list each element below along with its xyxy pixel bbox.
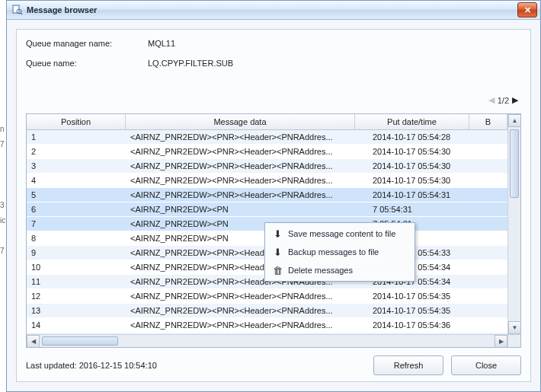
table-row[interactable]: 3<AIRNZ_PNR2EDW><PNR><Header><PNRAddres.… <box>27 159 520 174</box>
menu-backup[interactable]: ⬇ Backup messages to file <box>267 243 413 261</box>
horizontal-scroll-thumb[interactable] <box>42 336 118 346</box>
cell-position: 12 <box>27 289 126 303</box>
table-row[interactable]: 13<AIRNZ_PNR2EDW><PNR><Header><PNRAddres… <box>27 304 520 318</box>
cell-message: <AIRNZ_PNR2EDW><PNR><Header><PNRAddres..… <box>126 304 368 317</box>
document-search-icon <box>11 4 24 16</box>
cell-message: <AIRNZ_PNR2EDW><PN <box>126 202 368 216</box>
cell-date: 7 05:54:31 <box>368 202 482 216</box>
menu-save-content[interactable]: ⬇ Save message content to file <box>267 225 413 243</box>
cell-position: 1 <box>27 130 126 144</box>
window-title: Message browser <box>27 5 517 14</box>
context-menu: ⬇ Save message content to file ⬇ Backup … <box>264 222 415 282</box>
pager-prev-icon[interactable]: ◀ <box>488 95 495 105</box>
table-row[interactable]: 4<AIRNZ_PNR2EDW><PNR><Header><PNRAddres.… <box>27 174 520 188</box>
close-button-x[interactable]: ✕ <box>517 2 537 18</box>
cell-message: <AIRNZ_PNR2EDW><PNR><Header><PNRAddres..… <box>126 174 368 187</box>
queue-name-value: LQ.CPYP.FILTER.SUB <box>148 59 233 68</box>
queue-name-row: Queue name: LQ.CPYP.FILTER.SUB <box>26 59 521 68</box>
cell-date: 2014-10-17 05:54:28 <box>368 130 482 144</box>
horizontal-scrollbar[interactable]: ◀ ▶ <box>27 334 507 347</box>
cell-date: 2014-10-17 05:54:36 <box>368 318 482 332</box>
cell-position: 9 <box>27 246 126 260</box>
table-row[interactable]: 5<AIRNZ_PNR2EDW><PNR><Header><PNRAddres.… <box>27 188 520 202</box>
cell-message: <AIRNZ_PNR2EDW><PNR><Header><PNRAddres..… <box>126 159 368 173</box>
message-browser-window: Message browser ✕ Queue manager name: MQ… <box>6 0 541 392</box>
table-header: Position Message data Put date/time B <box>27 114 520 130</box>
scroll-right-icon[interactable]: ▶ <box>495 335 507 348</box>
cell-position: 6 <box>27 202 126 216</box>
scroll-up-icon[interactable]: ▲ <box>508 114 521 127</box>
cell-position: 3 <box>27 159 126 173</box>
pager: ◀ 1/2 ▶ <box>488 95 518 105</box>
scroll-corner <box>507 334 520 347</box>
content-panel: Queue manager name: MQL11 Queue name: LQ… <box>16 29 531 382</box>
cell-date: 2014-10-17 05:54:30 <box>368 159 482 173</box>
status-text: Last updated: 2016-12-15 10:54:10 <box>26 361 366 370</box>
cell-position: 11 <box>27 275 126 288</box>
scroll-left-icon[interactable]: ◀ <box>27 335 40 348</box>
cell-position: 13 <box>27 304 126 317</box>
footer: Last updated: 2016-12-15 10:54:10 Refres… <box>26 355 521 375</box>
cell-position: 7 <box>27 217 126 231</box>
pager-text: 1/2 <box>498 96 509 105</box>
queue-manager-row: Queue manager name: MQL11 <box>26 39 521 48</box>
menu-backup-label: Backup messages to file <box>288 247 379 257</box>
table-row[interactable]: 2<AIRNZ_PNR2EDW><PNR><Header><PNRAddres.… <box>27 145 520 159</box>
status-label: Last updated: <box>26 361 77 370</box>
cell-date: 2014-10-17 05:54:30 <box>368 174 482 187</box>
cell-position: 2 <box>27 145 126 158</box>
cell-date: 2014-10-17 05:54:35 <box>368 289 482 303</box>
table-row[interactable]: 1<AIRNZ_PNR2EDW><PNR><Header><PNRAddres.… <box>27 130 520 145</box>
queue-name-label: Queue name: <box>26 59 148 68</box>
close-button[interactable]: Close <box>451 355 521 375</box>
cell-position: 8 <box>27 231 126 245</box>
queue-manager-label: Queue manager name: <box>26 39 148 48</box>
menu-delete[interactable]: 🗑 Delete messages <box>267 261 413 279</box>
refresh-button[interactable]: Refresh <box>373 355 443 375</box>
cell-message: <AIRNZ_PNR2EDW><PNR><Header><PNRAddres..… <box>126 130 368 144</box>
close-icon: ✕ <box>524 6 531 14</box>
background-strip: n73ic7 <box>0 0 6 392</box>
cell-position: 10 <box>27 260 126 274</box>
col-position[interactable]: Position <box>27 114 126 129</box>
titlebar: Message browser ✕ <box>7 1 540 20</box>
table-row[interactable]: 12<AIRNZ_PNR2EDW><PNR><Header><PNRAddres… <box>27 289 520 304</box>
cell-date: 2014-10-17 05:54:31 <box>368 188 482 202</box>
scroll-down-icon[interactable]: ▼ <box>508 321 521 334</box>
cell-message: <AIRNZ_PNR2EDW><PNR><Header><PNRAddres..… <box>126 289 368 303</box>
cell-message: <AIRNZ_PNR2EDW><PNR><Header><PNRAddres..… <box>126 188 368 202</box>
cell-position: 14 <box>27 318 126 332</box>
pager-next-icon[interactable]: ▶ <box>512 95 518 105</box>
trash-icon: 🗑 <box>271 264 283 276</box>
svg-line-2 <box>21 13 22 14</box>
cell-date: 2014-10-17 05:54:30 <box>368 145 482 158</box>
cell-position: 5 <box>27 188 126 202</box>
download-icon: ⬇ <box>271 246 283 258</box>
col-b[interactable]: B <box>469 114 507 129</box>
cell-message: <AIRNZ_PNR2EDW><PNR><Header><PNRAddres..… <box>126 318 368 332</box>
cell-position: 4 <box>27 174 126 187</box>
cell-message: <AIRNZ_PNR2EDW><PNR><Header><PNRAddres..… <box>126 145 368 158</box>
vertical-scroll-thumb[interactable] <box>510 129 519 198</box>
menu-delete-label: Delete messages <box>288 266 353 275</box>
menu-save-label: Save message content to file <box>288 229 395 238</box>
status-value: 2016-12-15 10:54:10 <box>79 361 157 370</box>
download-icon: ⬇ <box>271 228 283 240</box>
vertical-scrollbar[interactable]: ▲ ▼ <box>507 114 520 334</box>
cell-date: 2014-10-17 05:54:35 <box>368 304 482 317</box>
queue-manager-value: MQL11 <box>148 39 175 48</box>
table-row[interactable]: 14<AIRNZ_PNR2EDW><PNR><Header><PNRAddres… <box>27 318 520 333</box>
col-message-data[interactable]: Message data <box>126 114 355 129</box>
table-row[interactable]: 6<AIRNZ_PNR2EDW><PN7 05:54:31 <box>27 202 520 217</box>
col-put-date[interactable]: Put date/time <box>355 114 469 129</box>
